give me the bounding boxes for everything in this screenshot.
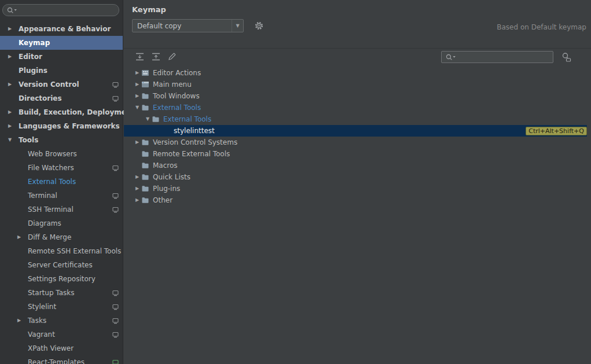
folder-icon (141, 104, 152, 111)
tree-row-plug-ins[interactable]: ▶ Plug-ins (124, 183, 587, 194)
chevron-down-icon[interactable]: ▼ (133, 105, 141, 110)
tree-row-macros[interactable]: Macros (124, 160, 587, 171)
chevron-right-icon[interactable]: ▶ (15, 235, 28, 240)
based-on-label: Based on Default keymap (497, 23, 586, 31)
sidebar-item-diff-merge[interactable]: ▶ Diff & Merge (0, 230, 123, 244)
search-icon (445, 53, 457, 61)
sidebar-item-keymap[interactable]: Keymap (0, 36, 123, 50)
expand-all-icon (135, 52, 145, 63)
tree-row-remote-external-tools[interactable]: Remote External Tools (124, 148, 587, 160)
sidebar-item-ssh-terminal[interactable]: SSH Terminal (0, 203, 123, 216)
chevron-right-icon[interactable]: ▶ (15, 318, 28, 323)
sidebar-item-stylelint[interactable]: Stylelint (0, 300, 123, 314)
sidebar-item-remote-ssh-external-tools[interactable]: Remote SSH External Tools (0, 244, 123, 258)
sidebar-item-plugins[interactable]: Plugins (0, 64, 123, 78)
monitor-icon (112, 318, 119, 324)
folder-icon (141, 174, 152, 181)
folder-icon (141, 139, 152, 146)
monitor-icon (112, 332, 119, 338)
chevron-down-icon[interactable]: ▼ (232, 20, 243, 32)
sidebar-item-build-execution-deployment[interactable]: ▶ Build, Execution, Deployment (0, 105, 123, 119)
tree-row-stylelinttest[interactable]: stylelinttest Ctrl+Alt+Shift+Q (124, 125, 587, 137)
tree-row-version-control-systems[interactable]: ▶ Version Control Systems (124, 137, 587, 148)
collapse-all-button[interactable] (149, 51, 162, 64)
sidebar-item-external-tools[interactable]: External Tools (0, 175, 123, 189)
monitor-icon (112, 82, 119, 88)
chevron-right-icon[interactable]: ▶ (133, 140, 141, 145)
sidebar-item-settings-repository[interactable]: Settings Repository (0, 272, 123, 286)
tree-row-other[interactable]: ▶ Other (124, 194, 587, 206)
chevron-right-icon[interactable]: ▶ (6, 82, 19, 87)
sidebar-item-terminal[interactable]: Terminal (0, 189, 123, 203)
sidebar-item-file-watchers[interactable]: File Watchers (0, 161, 123, 175)
folder-icon (141, 185, 152, 192)
sidebar-item-version-control[interactable]: ▶ Version Control (0, 78, 123, 91)
folder-icon (141, 93, 152, 100)
settings-search-field[interactable] (2, 4, 119, 16)
tree-row-external-tools[interactable]: ▼ External Tools (124, 102, 587, 113)
tree-row-main-menu[interactable]: ▶ Main menu (124, 79, 587, 90)
chevron-right-icon[interactable]: ▶ (6, 54, 19, 59)
collapse-all-icon (151, 52, 161, 63)
sidebar-item-tools[interactable]: ▼ Tools (0, 133, 123, 147)
find-by-shortcut-icon (561, 52, 571, 64)
tree-row-external-tools-group[interactable]: ▼ External Tools (124, 113, 587, 125)
folder-icon (141, 197, 152, 204)
monitor-icon (112, 359, 119, 364)
tree-row-quick-lists[interactable]: ▶ Quick Lists (124, 171, 587, 183)
gear-icon (254, 21, 264, 32)
monitor-icon (112, 193, 119, 199)
chevron-right-icon[interactable]: ▶ (133, 82, 141, 87)
edit-shortcut-button[interactable] (166, 51, 178, 64)
main-menu-icon (141, 81, 152, 88)
tree-row-editor-actions[interactable]: ▶ Editor Actions (124, 67, 587, 79)
chevron-right-icon[interactable]: ▶ (133, 71, 141, 75)
keymap-page: Keymap Default copy ▼ Based on Default k… (124, 0, 591, 364)
chevron-right-icon[interactable]: ▶ (133, 186, 141, 191)
shortcut-badge: Ctrl+Alt+Shift+Q (526, 127, 587, 135)
keymap-options-gear-button[interactable] (252, 21, 265, 32)
chevron-right-icon[interactable]: ▶ (133, 94, 141, 98)
find-by-shortcut-button[interactable] (559, 52, 573, 64)
monitor-icon (112, 290, 119, 296)
chevron-right-icon[interactable]: ▶ (133, 198, 141, 203)
keymap-action-tree: ▶ Editor Actions ▶ Main menu ▶ (124, 67, 591, 364)
chevron-down-icon[interactable]: ▼ (144, 117, 152, 122)
settings-window: ▶ Appearance & Behavior Keymap ▶ Editor … (0, 0, 591, 364)
sidebar-item-languages-frameworks[interactable]: ▶ Languages & Frameworks (0, 119, 123, 133)
chevron-down-icon[interactable]: ▼ (6, 138, 19, 142)
pencil-icon (167, 52, 177, 63)
sidebar-item-server-certificates[interactable]: Server Certificates (0, 258, 123, 272)
sidebar-item-startup-tasks[interactable]: Startup Tasks (0, 286, 123, 300)
folder-icon (152, 116, 162, 123)
sidebar-item-web-browsers[interactable]: Web Browsers (0, 147, 123, 161)
editor-actions-icon (141, 69, 152, 76)
sidebar-item-directories[interactable]: Directories (0, 91, 123, 105)
keymap-select-value: Default copy (137, 22, 232, 30)
monitor-icon (112, 304, 119, 310)
sidebar-item-editor[interactable]: ▶ Editor (0, 50, 123, 64)
sidebar-item-diagrams[interactable]: Diagrams (0, 216, 123, 230)
action-search-field[interactable] (441, 51, 553, 63)
chevron-right-icon[interactable]: ▶ (6, 110, 19, 115)
expand-all-button[interactable] (133, 51, 146, 64)
sidebar-item-react-templates[interactable]: React-Templates (0, 355, 123, 364)
chevron-right-icon[interactable]: ▶ (6, 124, 19, 128)
sidebar-item-vagrant[interactable]: Vagrant (0, 328, 123, 341)
settings-search-input[interactable] (18, 6, 115, 14)
keymap-panel: ▶ Editor Actions ▶ Main menu ▶ (124, 48, 591, 364)
folder-icon (141, 150, 152, 157)
sidebar-item-tasks[interactable]: ▶ Tasks (0, 314, 123, 328)
settings-nav-tree: ▶ Appearance & Behavior Keymap ▶ Editor … (0, 22, 123, 364)
sidebar-item-appearance-behavior[interactable]: ▶ Appearance & Behavior (0, 22, 123, 36)
keymap-select[interactable]: Default copy ▼ (132, 19, 244, 32)
page-title: Keymap (132, 5, 166, 14)
settings-sidebar: ▶ Appearance & Behavior Keymap ▶ Editor … (0, 0, 123, 364)
tree-row-tool-windows[interactable]: ▶ Tool Windows (124, 90, 587, 102)
monitor-icon (112, 95, 119, 102)
sidebar-item-xpath-viewer[interactable]: XPath Viewer (0, 341, 123, 355)
chevron-right-icon[interactable]: ▶ (6, 27, 19, 31)
folder-icon (141, 162, 152, 169)
action-search-input[interactable] (457, 53, 549, 61)
chevron-right-icon[interactable]: ▶ (133, 175, 141, 179)
